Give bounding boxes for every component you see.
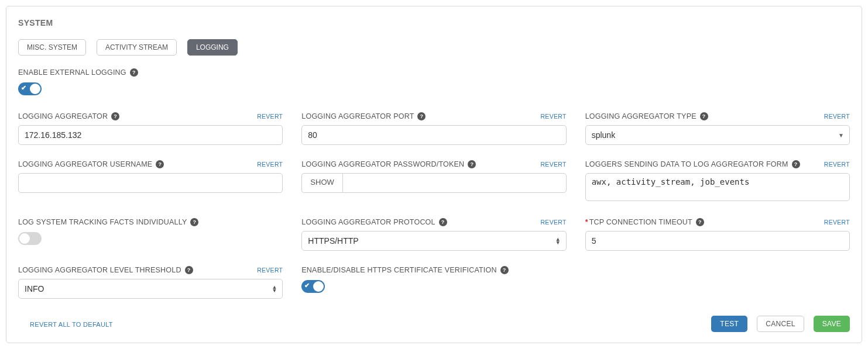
cancel-button[interactable]: CANCEL — [757, 316, 804, 332]
label-enable-external-logging: ENABLE EXTERNAL LOGGING ? — [18, 68, 138, 77]
input-logging-aggregator-username[interactable] — [18, 173, 283, 193]
help-icon[interactable]: ? — [185, 266, 193, 274]
revert-logging-aggregator[interactable]: REVERT — [257, 113, 283, 120]
select-logging-aggregator-type[interactable] — [585, 125, 850, 145]
save-button[interactable]: SAVE — [814, 316, 850, 332]
label-https-verify: ENABLE/DISABLE HTTPS CERTIFICATE VERIFIC… — [301, 266, 508, 274]
input-logging-aggregator-port[interactable] — [301, 125, 566, 145]
label-text: LOGGING AGGREGATOR USERNAME — [18, 160, 152, 168]
help-icon[interactable]: ? — [700, 112, 708, 120]
field-https-verify: ENABLE/DISABLE HTTPS CERTIFICATE VERIFIC… — [301, 265, 566, 299]
label-level-threshold: LOGGING AGGREGATOR LEVEL THRESHOLD ? — [18, 266, 193, 274]
label-loggers-form: LOGGERS SENDING DATA TO LOG AGGREGATOR F… — [585, 160, 800, 168]
help-icon[interactable]: ? — [439, 218, 447, 226]
footer: REVERT ALL TO DEFAULT TEST CANCEL SAVE — [18, 316, 850, 332]
toggle-knob — [19, 233, 30, 244]
revert-logging-aggregator-port[interactable]: REVERT — [540, 113, 566, 120]
field-logging-aggregator-protocol: LOGGING AGGREGATOR PROTOCOL ? REVERT ▲▼ — [301, 217, 566, 251]
field-logging-aggregator-port: LOGGING AGGREGATOR PORT ? REVERT — [301, 111, 566, 145]
help-icon[interactable]: ? — [111, 112, 119, 120]
help-icon[interactable]: ? — [190, 218, 198, 226]
revert-logging-aggregator-type[interactable]: REVERT — [824, 113, 850, 120]
field-logging-aggregator-password: LOGGING AGGREGATOR PASSWORD/TOKEN ? REVE… — [301, 159, 566, 203]
check-icon: ✔ — [21, 84, 26, 92]
label-text: LOGGING AGGREGATOR LEVEL THRESHOLD — [18, 266, 181, 274]
select-logging-aggregator-protocol[interactable] — [301, 231, 566, 251]
help-icon[interactable]: ? — [417, 112, 426, 120]
field-tcp-timeout: *TCP CONNECTION TIMEOUT ? REVERT — [585, 217, 850, 251]
label-text: ENABLE EXTERNAL LOGGING — [18, 68, 126, 77]
toggle-knob — [313, 281, 324, 292]
label-text: TCP CONNECTION TIMEOUT — [589, 218, 692, 226]
test-button[interactable]: TEST — [711, 316, 747, 332]
tab-activity-stream[interactable]: ACTIVITY STREAM — [97, 39, 177, 56]
input-logging-aggregator[interactable] — [18, 125, 283, 145]
label-text: LOGGING AGGREGATOR PROTOCOL — [301, 218, 435, 226]
row-1: LOGGING AGGREGATOR ? REVERT LOGGING AGGR… — [18, 111, 850, 159]
field-track-facts: LOG SYSTEM TRACKING FACTS INDIVIDUALLY ?… — [18, 217, 283, 251]
tab-logging[interactable]: LOGGING — [187, 39, 238, 56]
check-icon: ✔ — [304, 282, 310, 289]
toggle-knob — [30, 84, 40, 94]
system-settings-panel: SYSTEM MISC. SYSTEM ACTIVITY STREAM LOGG… — [6, 6, 862, 343]
field-logging-aggregator-username: LOGGING AGGREGATOR USERNAME ? REVERT — [18, 159, 283, 203]
label-logging-aggregator-protocol: LOGGING AGGREGATOR PROTOCOL ? — [301, 218, 447, 226]
revert-loggers-form[interactable]: REVERT — [824, 161, 850, 168]
row-4: LOGGING AGGREGATOR LEVEL THRESHOLD ? REV… — [18, 265, 850, 313]
field-logging-aggregator: LOGGING AGGREGATOR ? REVERT — [18, 111, 283, 145]
label-track-facts: LOG SYSTEM TRACKING FACTS INDIVIDUALLY ? — [18, 218, 198, 226]
label-text: ENABLE/DISABLE HTTPS CERTIFICATE VERIFIC… — [301, 266, 496, 274]
toggle-https-verify[interactable]: ✔ — [301, 280, 325, 293]
label-text: LOGGING AGGREGATOR PORT — [301, 112, 414, 120]
tab-misc-system[interactable]: MISC. SYSTEM — [18, 39, 86, 56]
label-logging-aggregator-port: LOGGING AGGREGATOR PORT ? — [301, 112, 426, 120]
help-icon[interactable]: ? — [792, 160, 800, 168]
field-level-threshold: LOGGING AGGREGATOR LEVEL THRESHOLD ? REV… — [18, 265, 283, 299]
revert-tcp-timeout[interactable]: REVERT — [824, 219, 850, 226]
field-enable-external-logging: ENABLE EXTERNAL LOGGING ? ✔ — [18, 67, 850, 97]
row-3: LOG SYSTEM TRACKING FACTS INDIVIDUALLY ?… — [18, 217, 850, 265]
revert-logging-aggregator-protocol[interactable]: REVERT — [540, 219, 566, 226]
label-text: LOGGING AGGREGATOR TYPE — [585, 112, 697, 120]
input-tcp-timeout[interactable] — [585, 231, 850, 251]
label-logging-aggregator-type: LOGGING AGGREGATOR TYPE ? — [585, 112, 708, 120]
help-icon[interactable]: ? — [696, 218, 704, 226]
panel-title: SYSTEM — [18, 18, 850, 27]
label-text: LOGGERS SENDING DATA TO LOG AGGREGATOR F… — [585, 160, 788, 168]
revert-logging-aggregator-password[interactable]: REVERT — [540, 161, 566, 168]
label-tcp-timeout: *TCP CONNECTION TIMEOUT ? — [585, 218, 704, 226]
help-icon[interactable]: ? — [468, 160, 476, 168]
label-text: LOGGING AGGREGATOR — [18, 112, 108, 120]
label-text: LOGGING AGGREGATOR PASSWORD/TOKEN — [301, 160, 464, 168]
select-level-threshold[interactable] — [18, 279, 283, 299]
help-icon[interactable]: ? — [130, 68, 138, 77]
input-loggers-form[interactable] — [585, 173, 850, 201]
row-2: LOGGING AGGREGATOR USERNAME ? REVERT LOG… — [18, 159, 850, 217]
revert-logging-aggregator-username[interactable]: REVERT — [257, 161, 283, 168]
toggle-track-facts[interactable]: ✔ — [18, 232, 42, 245]
help-icon[interactable]: ? — [500, 266, 509, 274]
label-text: LOG SYSTEM TRACKING FACTS INDIVIDUALLY — [18, 218, 187, 226]
label-logging-aggregator: LOGGING AGGREGATOR ? — [18, 112, 119, 120]
tabs: MISC. SYSTEM ACTIVITY STREAM LOGGING — [18, 39, 850, 56]
revert-all-to-default[interactable]: REVERT ALL TO DEFAULT — [30, 321, 113, 328]
label-logging-aggregator-username: LOGGING AGGREGATOR USERNAME ? — [18, 160, 164, 168]
input-logging-aggregator-password[interactable] — [342, 173, 567, 193]
field-logging-aggregator-type: LOGGING AGGREGATOR TYPE ? REVERT ▼ — [585, 111, 850, 145]
field-loggers-form: LOGGERS SENDING DATA TO LOG AGGREGATOR F… — [585, 159, 850, 203]
help-icon[interactable]: ? — [156, 160, 164, 168]
toggle-enable-external-logging[interactable]: ✔ — [18, 82, 42, 95]
required-asterisk: * — [585, 218, 588, 226]
revert-level-threshold[interactable]: REVERT — [257, 267, 283, 274]
show-password-button[interactable]: SHOW — [301, 173, 342, 193]
label-logging-aggregator-password: LOGGING AGGREGATOR PASSWORD/TOKEN ? — [301, 160, 476, 168]
